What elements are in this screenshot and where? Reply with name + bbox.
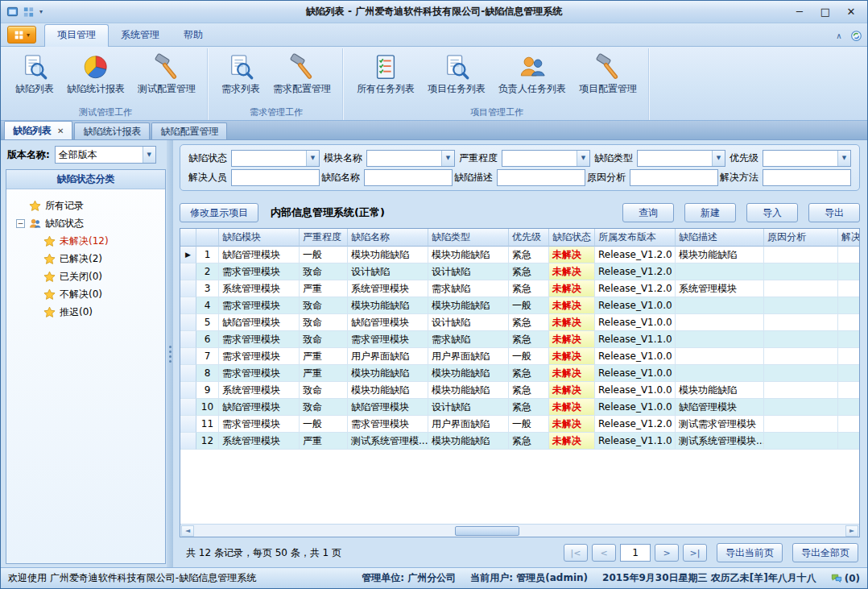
scroll-left-icon[interactable]: ◄ — [181, 525, 194, 537]
chevron-down-icon[interactable]: ▼ — [712, 151, 725, 166]
column-header[interactable]: 解决方法 — [838, 229, 860, 247]
cell[interactable]: Release_V1.2.0 — [595, 416, 676, 433]
cell[interactable]: 未解决 — [549, 348, 595, 365]
cell[interactable] — [838, 280, 860, 297]
cell[interactable] — [838, 365, 860, 382]
cell[interactable]: 缺陷管理模块 — [219, 247, 300, 263]
first-page-button[interactable]: |< — [564, 544, 588, 562]
cell[interactable] — [838, 416, 860, 433]
cell[interactable]: 紧急 — [509, 314, 549, 331]
cell[interactable]: Release_V1.0.0 — [595, 297, 676, 314]
ribbon-tab[interactable]: 系统管理 — [109, 25, 172, 46]
cell[interactable]: 致命 — [300, 314, 348, 331]
table-row[interactable]: 8需求管理模块严重模块功能缺陷模块功能缺陷紧急未解决Release_V1.0.0 — [180, 365, 860, 382]
tree-item[interactable]: 已关闭(0) — [10, 268, 162, 285]
cell[interactable]: 紧急 — [509, 263, 549, 280]
row-indicator[interactable] — [180, 382, 196, 399]
cell[interactable]: 需求管理模块 — [219, 416, 300, 433]
cell[interactable]: Release_V1.2.0 — [595, 247, 676, 263]
close-button[interactable]: ✕ — [838, 3, 864, 21]
filter-input[interactable] — [497, 169, 585, 186]
cell[interactable]: 设计缺陷 — [428, 399, 509, 416]
scroll-right-icon[interactable]: ► — [845, 525, 858, 537]
cell[interactable]: 未解决 — [549, 247, 595, 263]
cell[interactable]: 一般 — [509, 348, 549, 365]
cell[interactable]: 模块功能缺陷 — [676, 247, 764, 263]
ribbon-tab[interactable]: 项目管理 — [44, 24, 109, 47]
cell[interactable]: 致命 — [300, 297, 348, 314]
row-indicator[interactable] — [180, 365, 196, 382]
cell[interactable]: 紧急 — [509, 399, 549, 416]
cell[interactable]: Release_V1.1.0 — [595, 331, 676, 348]
cell[interactable]: 模块功能缺陷 — [348, 365, 428, 382]
cell[interactable] — [764, 433, 838, 450]
cell[interactable]: 系统管理模块 — [348, 280, 428, 297]
cell[interactable]: 模块功能缺陷 — [348, 382, 428, 399]
cell[interactable]: 需求管理模块 — [219, 263, 300, 280]
cell[interactable]: 系统管理模块 — [676, 280, 764, 297]
ribbon-button[interactable]: 负责人任务列表 — [493, 51, 572, 97]
cell[interactable] — [838, 247, 860, 263]
row-indicator[interactable] — [180, 433, 196, 450]
filter-input[interactable] — [630, 169, 718, 186]
cell[interactable]: 一般 — [509, 416, 549, 433]
minimize-button[interactable]: ─ — [787, 3, 812, 21]
cell[interactable] — [764, 247, 838, 263]
cell[interactable]: 模块功能缺陷 — [348, 297, 428, 314]
cell[interactable]: 未解决 — [549, 280, 595, 297]
document-tab[interactable]: 缺陷统计报表 — [74, 122, 150, 139]
cell[interactable]: 模块功能缺陷 — [428, 433, 509, 450]
cell[interactable] — [764, 331, 838, 348]
messages-indicator[interactable]: (0) — [831, 573, 860, 584]
document-tab[interactable]: 缺陷配置管理 — [151, 122, 227, 139]
cell[interactable] — [764, 297, 838, 314]
cell[interactable]: 一般 — [300, 247, 348, 263]
ribbon-button[interactable]: 项目任务列表 — [422, 51, 491, 97]
column-header[interactable]: 优先级 — [509, 229, 549, 247]
cell[interactable]: Release_V1.1.0 — [595, 433, 676, 450]
table-row[interactable]: 9系统管理模块致命模块功能缺陷模块功能缺陷紧急未解决Release_V1.0.0… — [180, 382, 860, 399]
cell[interactable]: 用户界面缺陷 — [428, 416, 509, 433]
column-header[interactable]: 缺陷模块 — [219, 229, 300, 247]
column-header[interactable] — [196, 229, 219, 247]
ribbon-button[interactable]: 项目配置管理 — [573, 51, 643, 97]
cell[interactable] — [838, 382, 860, 399]
ribbon-button[interactable]: 缺陷列表 — [10, 51, 60, 97]
cell[interactable] — [764, 365, 838, 382]
cell[interactable]: 模块功能缺陷 — [428, 365, 509, 382]
cell[interactable]: Release_V1.0.0 — [595, 314, 676, 331]
cell[interactable]: 系统管理模块 — [219, 382, 300, 399]
last-page-button[interactable]: >| — [683, 544, 707, 562]
chevron-down-icon[interactable]: ▼ — [306, 151, 319, 166]
column-header[interactable]: 所属发布版本 — [595, 229, 676, 247]
document-tab[interactable]: 缺陷列表✕ — [4, 121, 72, 139]
sidebar-splitter[interactable] — [167, 140, 173, 567]
cell[interactable]: 严重 — [300, 365, 348, 382]
collapse-expander-icon[interactable]: − — [16, 219, 25, 228]
table-row[interactable]: 3系统管理模块严重系统管理模块需求缺陷紧急未解决Release_V1.2.0系统… — [180, 280, 860, 297]
query-button[interactable]: 查询 — [622, 203, 674, 222]
tree-item[interactable]: 推迟(0) — [10, 303, 162, 321]
cell[interactable]: 紧急 — [509, 331, 549, 348]
cell[interactable]: 设计缺陷 — [348, 263, 428, 280]
ribbon-button[interactable]: 缺陷统计报表 — [61, 51, 130, 97]
cell[interactable]: 设计缺陷 — [428, 314, 509, 331]
cell[interactable]: 缺陷管理模块 — [348, 399, 428, 416]
row-indicator[interactable] — [180, 280, 196, 297]
cell[interactable] — [764, 263, 838, 280]
ribbon-button[interactable]: 测试配置管理 — [132, 51, 201, 97]
cell[interactable]: 需求管理模块 — [219, 348, 300, 365]
cell[interactable]: 未解决 — [549, 399, 595, 416]
cell[interactable] — [764, 348, 838, 365]
cell[interactable] — [764, 280, 838, 297]
row-indicator[interactable] — [180, 297, 196, 314]
tree-item[interactable]: 不解决(0) — [10, 285, 162, 303]
cell[interactable]: 紧急 — [509, 433, 549, 450]
cell[interactable]: 未解决 — [549, 297, 595, 314]
ribbon-tab[interactable]: 帮助 — [172, 25, 215, 46]
cell[interactable]: 未解决 — [549, 382, 595, 399]
column-header[interactable]: 缺陷状态 — [549, 229, 595, 247]
cell[interactable]: Release_V1.2.0 — [595, 263, 676, 280]
cell[interactable]: 缺陷管理模块 — [219, 399, 300, 416]
cell[interactable] — [838, 348, 860, 365]
